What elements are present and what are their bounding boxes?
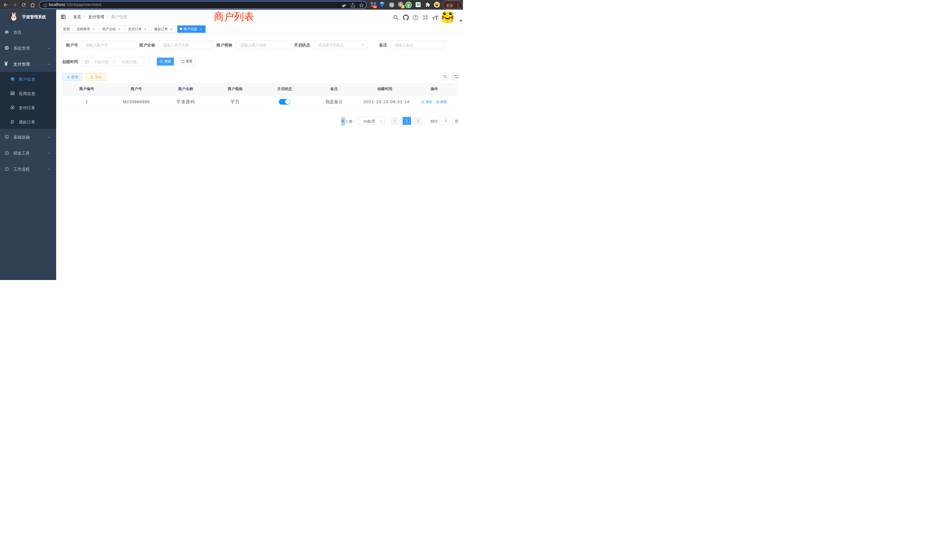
svg-text:1: 1 xyxy=(402,5,404,8)
svg-text:10: 10 xyxy=(374,5,377,8)
svg-text:y: y xyxy=(407,3,410,7)
